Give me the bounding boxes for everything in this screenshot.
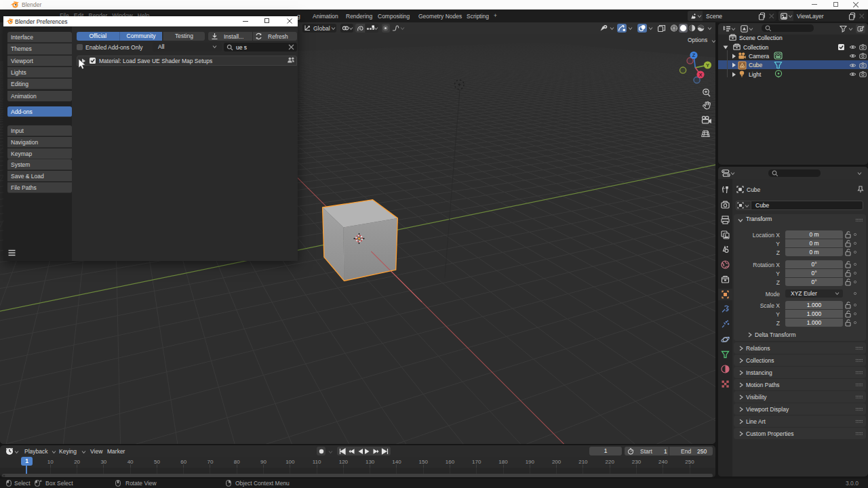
svg-text:Z: Z [692,52,696,58]
svg-text:X: X [698,72,702,78]
svg-text:Y: Y [706,62,709,68]
